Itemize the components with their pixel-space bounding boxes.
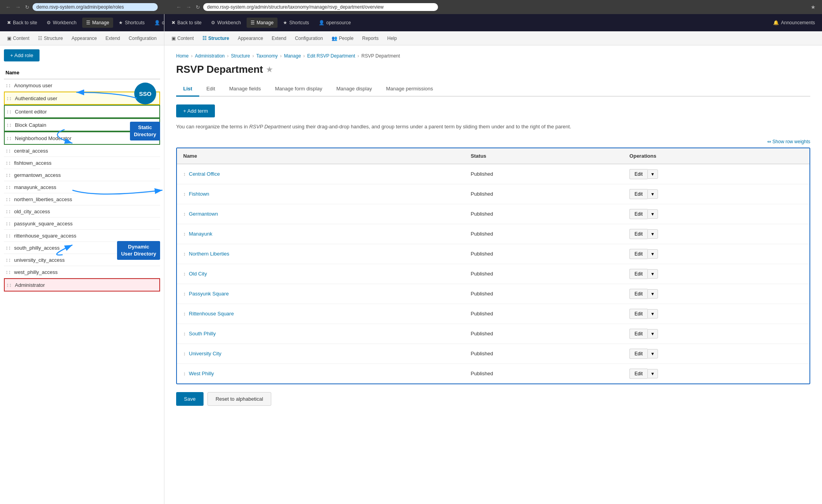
drag-handle-icon[interactable]: ↕↕	[5, 184, 11, 190]
forward-btn-left[interactable]: →	[14, 3, 22, 11]
tab-manage-fields[interactable]: Manage fields	[222, 82, 268, 97]
right-subnav-content[interactable]: ▣ Content	[168, 34, 198, 43]
right-subnav-reports[interactable]: Reports	[358, 34, 382, 43]
address-bar-left[interactable]: demo.rsvp-system.org/admin/people/roles	[32, 3, 158, 11]
left-shortcuts[interactable]: ★ Shortcuts	[115, 18, 149, 28]
edit-term-button[interactable]: Edit	[629, 309, 647, 319]
drag-handle-icon[interactable]: ↕↕	[5, 208, 11, 214]
term-drag-handle-icon[interactable]: ↕	[183, 251, 186, 257]
edit-term-dropdown-button[interactable]: ▼	[647, 309, 658, 319]
term-drag-handle-icon[interactable]: ↕	[183, 291, 186, 297]
tab-list[interactable]: List	[176, 82, 199, 97]
edit-term-button[interactable]: Edit	[629, 209, 647, 219]
term-drag-handle-icon[interactable]: ↕	[183, 231, 186, 237]
edit-term-button[interactable]: Edit	[629, 189, 647, 199]
edit-term-dropdown-button[interactable]: ▼	[647, 189, 658, 199]
right-subnav-extend[interactable]: Extend	[268, 34, 290, 43]
drag-handle-icon[interactable]: ↕↕	[5, 257, 11, 263]
edit-term-dropdown-button[interactable]: ▼	[647, 329, 658, 338]
term-link[interactable]: South Philly	[189, 331, 216, 337]
drag-handle-icon[interactable]: ↕↕	[6, 135, 12, 141]
right-announcements[interactable]: 🔔 Announcements	[769, 18, 819, 28]
edit-term-button[interactable]: Edit	[629, 269, 647, 279]
left-back-to-site[interactable]: ✖ Back to site	[3, 18, 41, 28]
right-subnav-structure[interactable]: ☷ Structure	[198, 34, 233, 43]
breadcrumb-manage[interactable]: Manage	[284, 53, 301, 59]
right-subnav-help[interactable]: Help	[383, 34, 401, 43]
drag-handle-icon[interactable]: ↕↕	[5, 82, 11, 88]
drag-handle-icon[interactable]: ↕↕	[6, 108, 12, 115]
left-opensource[interactable]: 👤 opensource	[150, 18, 164, 28]
term-drag-handle-icon[interactable]: ↕	[183, 171, 186, 177]
term-link[interactable]: Rittenhouse Square	[189, 311, 234, 317]
reload-btn-right[interactable]: ↻	[194, 4, 202, 11]
term-drag-handle-icon[interactable]: ↕	[183, 311, 186, 317]
left-subnav-appearance[interactable]: Appearance	[68, 34, 101, 43]
right-subnav-people[interactable]: 👥 People	[328, 34, 357, 43]
add-role-button[interactable]: + Add role	[4, 49, 40, 61]
save-button[interactable]: Save	[176, 392, 204, 406]
show-row-weights-link[interactable]: ⇔ Show row weights	[767, 139, 810, 144]
term-link[interactable]: Northern Liberties	[189, 251, 229, 257]
left-workbench[interactable]: ⚙ Workbench	[43, 18, 80, 28]
left-subnav-structure[interactable]: ☷ Structure	[34, 34, 67, 43]
back-btn-left[interactable]: ←	[4, 3, 13, 11]
tab-manage-display[interactable]: Manage display	[329, 82, 379, 97]
term-link[interactable]: West Philly	[189, 371, 214, 376]
edit-term-button[interactable]: Edit	[629, 229, 647, 239]
forward-btn-right[interactable]: →	[184, 3, 193, 11]
drag-handle-icon[interactable]: ↕↕	[5, 172, 11, 178]
term-link[interactable]: University City	[189, 351, 222, 356]
edit-term-dropdown-button[interactable]: ▼	[647, 169, 658, 179]
left-subnav-content[interactable]: ▣ Content	[3, 34, 33, 43]
right-back-to-site[interactable]: ✖ Back to site	[168, 18, 206, 28]
left-subnav-configuration[interactable]: Configuration	[125, 34, 160, 43]
edit-term-button[interactable]: Edit	[629, 289, 647, 299]
term-drag-handle-icon[interactable]: ↕	[183, 331, 186, 337]
edit-term-button[interactable]: Edit	[629, 249, 647, 259]
term-link[interactable]: Passyunk Square	[189, 291, 229, 297]
bookmark-icon[interactable]: ★	[808, 3, 818, 11]
reload-btn-left[interactable]: ↻	[23, 4, 31, 11]
term-link[interactable]: Central Office	[189, 171, 220, 177]
breadcrumb-edit-rsvp[interactable]: Edit RSVP Department	[307, 53, 355, 59]
breadcrumb-structure[interactable]: Structure	[231, 53, 250, 59]
tab-manage-form-display[interactable]: Manage form display	[268, 82, 329, 97]
left-subnav-extend[interactable]: Extend	[101, 34, 124, 43]
add-term-button[interactable]: + Add term	[176, 104, 215, 117]
favorite-star-icon[interactable]: ★	[266, 65, 272, 74]
edit-term-button[interactable]: Edit	[629, 349, 647, 359]
edit-term-dropdown-button[interactable]: ▼	[647, 269, 658, 279]
left-subnav-people[interactable]: 👥 People	[161, 34, 164, 43]
tab-edit[interactable]: Edit	[199, 82, 222, 97]
term-drag-handle-icon[interactable]: ↕	[183, 211, 186, 217]
right-shortcuts[interactable]: ★ Shortcuts	[279, 18, 313, 28]
drag-handle-icon[interactable]: ↕↕	[5, 160, 11, 166]
edit-term-dropdown-button[interactable]: ▼	[647, 229, 658, 239]
edit-term-dropdown-button[interactable]: ▼	[647, 249, 658, 259]
drag-handle-icon[interactable]: ↕↕	[6, 95, 12, 101]
edit-term-dropdown-button[interactable]: ▼	[647, 289, 658, 299]
address-bar-right[interactable]: demo.rsvp-system.org/admin/structure/tax…	[203, 3, 438, 11]
edit-term-button[interactable]: Edit	[629, 169, 647, 179]
edit-term-dropdown-button[interactable]: ▼	[647, 369, 658, 378]
term-link[interactable]: Fishtown	[189, 191, 209, 197]
term-drag-handle-icon[interactable]: ↕	[183, 271, 186, 277]
reset-alphabetical-button[interactable]: Reset to alphabetical	[207, 392, 271, 406]
right-opensource[interactable]: 👤 opensource	[315, 18, 355, 28]
drag-handle-icon[interactable]: ↕↕	[5, 245, 11, 251]
term-drag-handle-icon[interactable]: ↕	[183, 351, 186, 356]
drag-handle-icon[interactable]: ↕↕	[6, 282, 12, 288]
edit-term-dropdown-button[interactable]: ▼	[647, 349, 658, 358]
back-btn-right[interactable]: ←	[175, 3, 183, 11]
drag-handle-icon[interactable]: ↕↕	[5, 148, 11, 154]
breadcrumb-taxonomy[interactable]: Taxonomy	[256, 53, 278, 59]
edit-term-button[interactable]: Edit	[629, 369, 647, 379]
right-manage[interactable]: ☰ Manage	[247, 18, 278, 28]
drag-handle-icon[interactable]: ↕↕	[5, 232, 11, 239]
drag-handle-icon[interactable]: ↕↕	[5, 220, 11, 227]
right-subnav-appearance[interactable]: Appearance	[234, 34, 267, 43]
right-subnav-configuration[interactable]: Configuration	[291, 34, 326, 43]
drag-handle-icon[interactable]: ↕↕	[5, 196, 11, 202]
left-manage[interactable]: ☰ Manage	[82, 18, 113, 28]
